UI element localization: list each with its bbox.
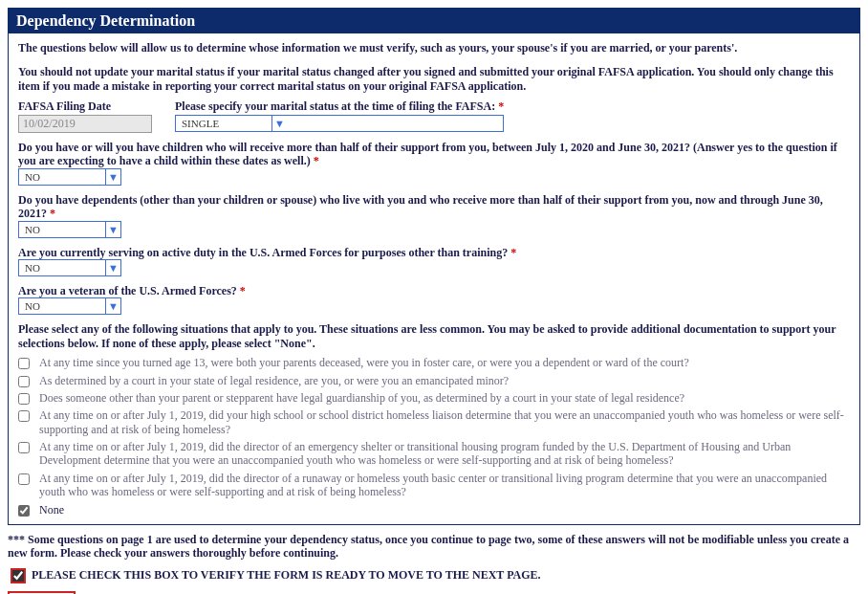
q-activeduty-value: NO [19, 260, 105, 275]
verify-row: PLEASE CHECK THIS BOX TO VERIFY THE FORM… [8, 566, 860, 585]
situation-checkbox[interactable] [18, 505, 30, 517]
situation-row: As determined by a court in your state o… [18, 372, 850, 389]
q-veteran-label: Are you a veteran of the U.S. Armed Forc… [18, 284, 850, 297]
situation-checkbox[interactable] [18, 358, 30, 369]
q-children-value: NO [19, 169, 105, 185]
situation-checkbox[interactable] [18, 393, 30, 405]
situation-label: At any time since you turned age 13, wer… [39, 356, 689, 369]
q-dependents-value: NO [19, 222, 105, 237]
situation-row: At any time on or after July 1, 2019, di… [18, 470, 850, 501]
q-children-label: Do you have or will you have children wh… [18, 141, 850, 168]
chevron-down-icon: ▼ [105, 298, 120, 314]
marital-label-text: Please specify your marital status at th… [175, 99, 495, 113]
situation-label: As determined by a court in your state o… [39, 374, 509, 387]
chevron-down-icon: ▼ [105, 169, 120, 185]
verify-label: PLEASE CHECK THIS BOX TO VERIFY THE FORM… [32, 568, 541, 583]
panel-body: The questions below will allow us to det… [9, 33, 859, 524]
situation-row: At any time on or after July 1, 2019, di… [18, 407, 850, 438]
situation-label: At any time on or after July 1, 2019, di… [39, 440, 850, 468]
q-dependents-select[interactable]: NO ▼ [18, 221, 121, 238]
situation-row: None [18, 501, 850, 518]
q-dependents-label: Do you have dependents (other than your … [18, 193, 850, 221]
required-star: * [240, 284, 246, 297]
intro-text: The questions below will allow us to det… [18, 41, 850, 55]
filing-date-input [18, 115, 152, 133]
situation-row: At any time since you turned age 13, wer… [18, 354, 850, 371]
marital-select-value: SINGLE [176, 116, 271, 131]
situation-checkbox[interactable] [18, 442, 30, 453]
required-star: * [498, 99, 504, 113]
situation-row: At any time on or after July 1, 2019, di… [18, 438, 850, 470]
situation-label: At any time on or after July 1, 2019, di… [39, 408, 850, 436]
situation-row: Does someone other than your parent or s… [18, 389, 850, 407]
required-star: * [314, 154, 319, 167]
filing-row: FAFSA Filing Date Please specify your ma… [18, 99, 850, 133]
chevron-down-icon: ▼ [271, 116, 287, 131]
required-star: * [50, 207, 55, 220]
situation-label: None [39, 503, 64, 517]
q-veteran-value: NO [19, 298, 105, 314]
situations-intro: Please select any of the following situa… [18, 322, 850, 350]
marital-col: Please specify your marital status at th… [175, 99, 504, 133]
verify-checkbox[interactable] [11, 569, 25, 583]
q-children-select[interactable]: NO ▼ [18, 168, 121, 186]
chevron-down-icon: ▼ [105, 260, 120, 275]
filing-date-label: FAFSA Filing Date [18, 99, 152, 114]
situation-label: Does someone other than your parent or s… [39, 391, 684, 405]
marital-select[interactable]: SINGLE ▼ [175, 115, 504, 132]
situation-checkbox[interactable] [18, 376, 30, 387]
marital-label: Please specify your marital status at th… [175, 99, 504, 114]
q-activeduty-select[interactable]: NO ▼ [18, 259, 121, 276]
chevron-down-icon: ▼ [105, 222, 120, 237]
situation-checkbox[interactable] [18, 410, 30, 422]
required-star: * [510, 246, 516, 259]
footnote: *** Some questions on page 1 are used to… [8, 533, 860, 561]
filing-date-col: FAFSA Filing Date [18, 99, 152, 133]
situation-label: At any time on or after July 1, 2019, di… [39, 472, 850, 499]
q-activeduty-label: Are you currently serving on active duty… [18, 246, 850, 259]
q-veteran-select[interactable]: NO ▼ [18, 297, 121, 315]
panel-title: Dependency Determination [9, 9, 859, 33]
marital-warning: You should not update your marital statu… [18, 65, 850, 94]
situation-checkbox[interactable] [18, 473, 30, 485]
dependency-panel: Dependency Determination The questions b… [8, 8, 860, 525]
situations-list: At any time since you turned age 13, wer… [18, 354, 850, 518]
